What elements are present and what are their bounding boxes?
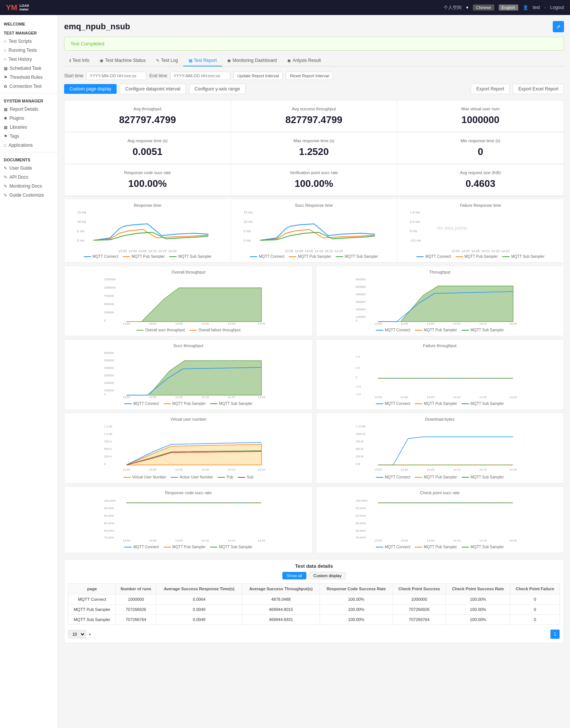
legend-succ-mqtt-connect: MQTT Connect: [250, 254, 284, 259]
tab-test-log[interactable]: ✎ Test Log: [151, 55, 183, 66]
fail-legend-1420: 14:20: [501, 249, 510, 253]
td-runs: 1000000: [116, 594, 156, 605]
svg-text:14:10: 14:10: [201, 539, 209, 542]
svg-text:14:15: 14:15: [479, 322, 487, 325]
svg-text:13:55: 13:55: [123, 396, 130, 399]
td-page: MQTT Sub Sampler: [69, 615, 116, 625]
show-all-btn[interactable]: Show all: [282, 572, 306, 579]
sidebar-item-report-details[interactable]: ▦ Report Details: [0, 105, 58, 114]
sidebar-item-guide-customize[interactable]: ✎ Guide Customize: [0, 191, 58, 200]
td-avg-succ-throughput: 4878.0488: [242, 594, 320, 605]
check-point-succ-legend: MQTT Connect MQTT Pub Sampler MQTT Sub S…: [320, 545, 560, 549]
tab-monitoring-label: Monitoring Dashboard: [232, 58, 277, 63]
sidebar-item-plugins[interactable]: ✱ Plugins: [0, 114, 58, 123]
export-excel-btn[interactable]: Export Excel Report: [513, 84, 564, 94]
page-size-select[interactable]: 10 20 50: [68, 630, 86, 638]
svg-marker-33: [378, 286, 513, 322]
td-resp-code-succ: 100.00%: [320, 605, 393, 615]
sidebar-item-test-history[interactable]: ○ Test History: [0, 55, 58, 64]
tab-test-info-label: Test Info: [72, 58, 89, 63]
sidebar-item-user-guide[interactable]: ✎ User Guide: [0, 164, 58, 173]
sidebar-divider-2: [0, 152, 58, 152]
svg-text:13:55: 13:55: [123, 539, 130, 542]
page-1-btn[interactable]: 1: [550, 629, 560, 639]
sidebar-item-threshold-rules[interactable]: ⚑ Threshold Rules: [0, 73, 58, 82]
svg-text:500000: 500000: [104, 302, 114, 306]
end-time-input[interactable]: [170, 72, 230, 80]
sidebar-item-scheduled-task[interactable]: ▦ Scheduled Task: [0, 64, 58, 73]
svg-text:200000: 200000: [356, 308, 366, 311]
svg-text:13:55: 13:55: [374, 539, 382, 542]
logout-link[interactable]: Logout: [550, 5, 564, 10]
svg-text:-1.0: -1.0: [356, 393, 361, 396]
td-avg-succ-resp: 0.0049: [156, 605, 242, 615]
nav-divider: ▾: [466, 5, 468, 10]
metric-min-resp-value: 0: [403, 146, 558, 158]
metric-avg-response-time: Avg response time (s) 0.0051: [64, 132, 231, 164]
tab-report-icon: ▦: [189, 58, 192, 63]
legend-vu-sub: Sub: [238, 475, 254, 479]
legend-13-55: 13:55: [118, 249, 127, 253]
start-time-input[interactable]: [86, 72, 146, 80]
svg-text:14:10: 14:10: [453, 539, 461, 542]
chart-succ-throughput-title: Succ throughput: [68, 343, 309, 348]
svg-text:85.00%: 85.00%: [356, 522, 366, 525]
chart-succ-response-time-title: Succ Response time: [235, 203, 393, 208]
update-report-interval-btn[interactable]: Update Report Interval: [233, 72, 283, 80]
svg-text:10 ms: 10 ms: [243, 220, 252, 224]
user-space-link[interactable]: 个人空间: [444, 5, 462, 11]
resp-code-succ-svg: 100.00% 95.00% 90.00% 85.00% 80.00% 75.0…: [68, 497, 309, 542]
legend-14-15: 14:15: [158, 249, 167, 253]
metrics-row-2: Avg response time (s) 0.0051 Max respons…: [64, 132, 564, 164]
configure-datapoint-btn[interactable]: Configure datapoint interval: [120, 84, 186, 94]
nav-sep: ·: [544, 5, 546, 10]
tags-icon: ⚑: [4, 134, 8, 139]
succ-response-time-svg: 15 ms 10 ms 5 ms 0 ms: [235, 210, 393, 247]
report-details-icon: ▦: [4, 107, 8, 112]
custom-display-btn[interactable]: Custom display: [309, 572, 346, 579]
svg-text:0: 0: [104, 393, 106, 396]
metric-min-resp-label: Min response time (s): [403, 138, 558, 143]
tab-test-info[interactable]: ℹ Test Info: [64, 55, 94, 66]
lang-english-btn[interactable]: English: [499, 5, 518, 11]
svg-text:600000: 600000: [356, 278, 366, 281]
td-resp-code-succ: 100.00%: [320, 594, 393, 605]
large-charts-row-4: Response code succ rate 100.00% 95.00% 9…: [64, 486, 564, 553]
tab-test-machine-status[interactable]: ◉ Test Machine Status: [94, 55, 151, 66]
sidebar-item-connection-test[interactable]: ✿ Connection Test: [0, 82, 58, 91]
sidebar-item-monitoring-docs[interactable]: ✎ Monitoring Docs: [0, 182, 58, 191]
svg-text:14:05: 14:05: [427, 322, 435, 325]
sidebar-item-api-docs[interactable]: ✎ API Docs: [0, 173, 58, 182]
legend-rc-mqtt-sub: MQTT Sub Sampler: [210, 545, 252, 549]
user-link[interactable]: test: [533, 5, 540, 10]
tab-anlysis-result[interactable]: ◉ Anlysis Result: [282, 55, 326, 66]
legend-mqtt-sub: MQTT Sub Sampler: [169, 254, 212, 259]
sidebar-item-applications[interactable]: □ Applications: [0, 141, 58, 150]
metrics-row-1: Avg throughput 827797.4799 Avg success t…: [64, 100, 564, 132]
share-button[interactable]: ⇗: [553, 21, 564, 32]
svg-text:-0.5: -0.5: [356, 385, 361, 388]
tab-test-report[interactable]: ▦ Test Report: [183, 55, 222, 66]
legend-st-mqtt-pub: MQTT Pub Sampler: [164, 402, 206, 406]
tab-monitoring-dashboard[interactable]: ◉ Monitoring Dashboard: [222, 55, 282, 66]
sidebar-item-test-scripts[interactable]: ○ Test Scripts: [0, 37, 58, 46]
reset-report-interval-btn[interactable]: Reset Report Interval: [286, 72, 333, 80]
sidebar-system-manager: SYSTEM MANAGER: [0, 96, 58, 105]
svg-text:1.0 Mi: 1.0 Mi: [104, 432, 112, 436]
svg-text:250000: 250000: [104, 311, 114, 314]
configure-yaxis-btn[interactable]: Configure y-axis range: [189, 84, 246, 94]
legend-fail-mqtt-sub: MQTT Sub Sampler: [502, 254, 544, 259]
td-check-point-success: 1000000: [393, 594, 446, 605]
sidebar-item-libraries[interactable]: ▦ Libraries: [0, 123, 58, 132]
sidebar-item-running-tests[interactable]: ○ Running Tests: [0, 46, 58, 55]
sidebar-item-tags[interactable]: ⚑ Tags: [0, 132, 58, 141]
lang-chinese-btn[interactable]: Chinese: [473, 5, 494, 11]
export-report-btn[interactable]: Export Report: [471, 84, 510, 94]
svg-text:100.00%: 100.00%: [356, 499, 368, 502]
running-tests-icon: ○: [4, 48, 6, 53]
custom-page-display-btn[interactable]: Custom page display: [64, 84, 117, 94]
resp-code-succ-legend: MQTT Connect MQTT Pub Sampler MQTT Sub S…: [68, 545, 309, 549]
sidebar-label-api-docs: API Docs: [9, 174, 28, 180]
svg-text:14:00: 14:00: [149, 396, 157, 399]
svg-text:14:20: 14:20: [258, 468, 266, 471]
